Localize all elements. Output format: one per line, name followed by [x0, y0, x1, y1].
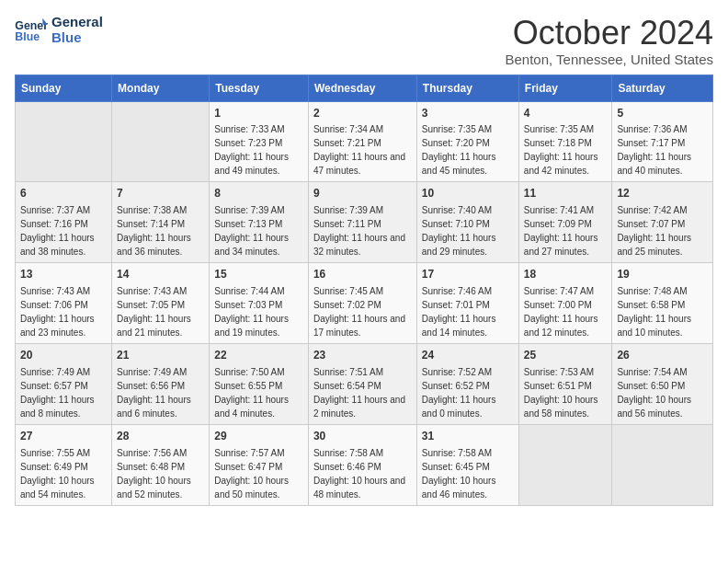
day-info: Sunrise: 7:38 AMSunset: 7:14 PMDaylight:… — [117, 203, 204, 259]
title-block: October 2024 Benton, Tennessee, United S… — [505, 15, 713, 67]
calendar-week-row: 13Sunrise: 7:43 AMSunset: 7:06 PMDayligh… — [16, 263, 713, 344]
day-number: 10 — [422, 186, 514, 201]
day-info: Sunrise: 7:35 AMSunset: 7:20 PMDaylight:… — [422, 122, 514, 178]
day-number: 19 — [617, 267, 708, 282]
table-row: 15Sunrise: 7:44 AMSunset: 7:03 PMDayligh… — [210, 263, 309, 344]
calendar-table: Sunday Monday Tuesday Wednesday Thursday… — [15, 75, 713, 506]
day-info: Sunrise: 7:53 AMSunset: 6:51 PMDaylight:… — [524, 365, 608, 420]
day-number: 4 — [524, 106, 608, 121]
day-info: Sunrise: 7:47 AMSunset: 7:00 PMDaylight:… — [524, 284, 608, 339]
table-row: 22Sunrise: 7:50 AMSunset: 6:55 PMDayligh… — [210, 343, 309, 424]
day-number: 16 — [313, 267, 412, 282]
day-number: 13 — [20, 267, 107, 282]
day-info: Sunrise: 7:48 AMSunset: 6:58 PMDaylight:… — [617, 284, 708, 339]
table-row: 1Sunrise: 7:33 AMSunset: 7:23 PMDaylight… — [210, 101, 309, 182]
day-info: Sunrise: 7:57 AMSunset: 6:47 PMDaylight:… — [214, 446, 303, 501]
col-thursday: Thursday — [416, 75, 518, 101]
day-info: Sunrise: 7:56 AMSunset: 6:48 PMDaylight:… — [117, 446, 204, 501]
table-row: 9Sunrise: 7:39 AMSunset: 7:11 PMDaylight… — [308, 182, 416, 263]
table-row: 24Sunrise: 7:52 AMSunset: 6:52 PMDayligh… — [416, 343, 518, 424]
logo-text-general: General — [51, 15, 103, 30]
table-row — [518, 424, 612, 505]
day-number: 24 — [422, 348, 514, 363]
day-info: Sunrise: 7:49 AMSunset: 6:56 PMDaylight:… — [117, 365, 204, 420]
day-number: 31 — [422, 429, 514, 444]
table-row: 3Sunrise: 7:35 AMSunset: 7:20 PMDaylight… — [416, 101, 518, 182]
day-info: Sunrise: 7:49 AMSunset: 6:57 PMDaylight:… — [20, 365, 107, 420]
table-row: 29Sunrise: 7:57 AMSunset: 6:47 PMDayligh… — [210, 424, 309, 505]
day-info: Sunrise: 7:44 AMSunset: 7:03 PMDaylight:… — [214, 284, 303, 339]
table-row: 28Sunrise: 7:56 AMSunset: 6:48 PMDayligh… — [112, 424, 210, 505]
day-number: 28 — [117, 429, 204, 444]
table-row: 20Sunrise: 7:49 AMSunset: 6:57 PMDayligh… — [16, 343, 112, 424]
table-row: 10Sunrise: 7:40 AMSunset: 7:10 PMDayligh… — [416, 182, 518, 263]
table-row: 5Sunrise: 7:36 AMSunset: 7:17 PMDaylight… — [612, 101, 713, 182]
table-row: 31Sunrise: 7:58 AMSunset: 6:45 PMDayligh… — [416, 424, 518, 505]
day-info: Sunrise: 7:51 AMSunset: 6:54 PMDaylight:… — [313, 365, 412, 420]
col-monday: Monday — [112, 75, 210, 101]
day-info: Sunrise: 7:34 AMSunset: 7:21 PMDaylight:… — [313, 122, 412, 178]
calendar-week-row: 27Sunrise: 7:55 AMSunset: 6:49 PMDayligh… — [16, 424, 713, 505]
col-tuesday: Tuesday — [210, 75, 309, 101]
day-info: Sunrise: 7:58 AMSunset: 6:45 PMDaylight:… — [422, 446, 514, 501]
day-info: Sunrise: 7:39 AMSunset: 7:11 PMDaylight:… — [313, 203, 412, 259]
day-info: Sunrise: 7:50 AMSunset: 6:55 PMDaylight:… — [214, 365, 303, 420]
day-number: 17 — [422, 267, 514, 282]
day-number: 22 — [214, 348, 303, 363]
day-number: 25 — [524, 348, 608, 363]
day-info: Sunrise: 7:45 AMSunset: 7:02 PMDaylight:… — [313, 284, 412, 339]
day-number: 30 — [313, 429, 412, 444]
calendar-week-row: 6Sunrise: 7:37 AMSunset: 7:16 PMDaylight… — [16, 182, 713, 263]
day-info: Sunrise: 7:33 AMSunset: 7:23 PMDaylight:… — [214, 122, 303, 178]
day-number: 21 — [117, 348, 204, 363]
svg-text:Blue: Blue — [15, 30, 40, 43]
logo-text-blue: Blue — [51, 30, 103, 46]
day-info: Sunrise: 7:36 AMSunset: 7:17 PMDaylight:… — [617, 122, 708, 178]
day-number: 2 — [313, 106, 412, 121]
day-number: 3 — [422, 106, 514, 121]
day-info: Sunrise: 7:42 AMSunset: 7:07 PMDaylight:… — [617, 203, 708, 259]
day-info: Sunrise: 7:37 AMSunset: 7:16 PMDaylight:… — [20, 203, 107, 259]
table-row — [112, 101, 210, 182]
day-info: Sunrise: 7:40 AMSunset: 7:10 PMDaylight:… — [422, 203, 514, 259]
table-row — [612, 424, 713, 505]
day-info: Sunrise: 7:41 AMSunset: 7:09 PMDaylight:… — [524, 203, 608, 259]
col-sunday: Sunday — [16, 75, 112, 101]
table-row: 6Sunrise: 7:37 AMSunset: 7:16 PMDaylight… — [16, 182, 112, 263]
table-row: 14Sunrise: 7:43 AMSunset: 7:05 PMDayligh… — [112, 263, 210, 344]
day-number: 8 — [214, 186, 303, 201]
day-number: 18 — [524, 267, 608, 282]
day-info: Sunrise: 7:58 AMSunset: 6:46 PMDaylight:… — [313, 446, 412, 501]
table-row: 23Sunrise: 7:51 AMSunset: 6:54 PMDayligh… — [308, 343, 416, 424]
table-row: 27Sunrise: 7:55 AMSunset: 6:49 PMDayligh… — [16, 424, 112, 505]
day-info: Sunrise: 7:52 AMSunset: 6:52 PMDaylight:… — [422, 365, 514, 420]
day-info: Sunrise: 7:35 AMSunset: 7:18 PMDaylight:… — [524, 122, 608, 178]
table-row: 11Sunrise: 7:41 AMSunset: 7:09 PMDayligh… — [518, 182, 612, 263]
table-row: 25Sunrise: 7:53 AMSunset: 6:51 PMDayligh… — [518, 343, 612, 424]
col-wednesday: Wednesday — [308, 75, 416, 101]
col-friday: Friday — [518, 75, 612, 101]
table-row: 18Sunrise: 7:47 AMSunset: 7:00 PMDayligh… — [518, 263, 612, 344]
logo: General Blue General Blue — [15, 15, 103, 45]
day-number: 9 — [313, 186, 412, 201]
table-row: 2Sunrise: 7:34 AMSunset: 7:21 PMDaylight… — [308, 101, 416, 182]
page-header: General Blue General Blue October 2024 B… — [15, 15, 713, 67]
table-row: 17Sunrise: 7:46 AMSunset: 7:01 PMDayligh… — [416, 263, 518, 344]
table-row — [16, 101, 112, 182]
day-number: 5 — [617, 106, 708, 121]
table-row: 19Sunrise: 7:48 AMSunset: 6:58 PMDayligh… — [612, 263, 713, 344]
table-row: 8Sunrise: 7:39 AMSunset: 7:13 PMDaylight… — [210, 182, 309, 263]
day-info: Sunrise: 7:39 AMSunset: 7:13 PMDaylight:… — [214, 203, 303, 259]
day-number: 23 — [313, 348, 412, 363]
day-number: 27 — [20, 429, 107, 444]
table-row: 26Sunrise: 7:54 AMSunset: 6:50 PMDayligh… — [612, 343, 713, 424]
day-number: 20 — [20, 348, 107, 363]
calendar-header-row: Sunday Monday Tuesday Wednesday Thursday… — [16, 75, 713, 101]
day-number: 6 — [20, 186, 107, 201]
logo-icon: General Blue — [15, 17, 48, 44]
day-number: 29 — [214, 429, 303, 444]
day-number: 26 — [617, 348, 708, 363]
table-row: 30Sunrise: 7:58 AMSunset: 6:46 PMDayligh… — [308, 424, 416, 505]
table-row: 7Sunrise: 7:38 AMSunset: 7:14 PMDaylight… — [112, 182, 210, 263]
col-saturday: Saturday — [612, 75, 713, 101]
